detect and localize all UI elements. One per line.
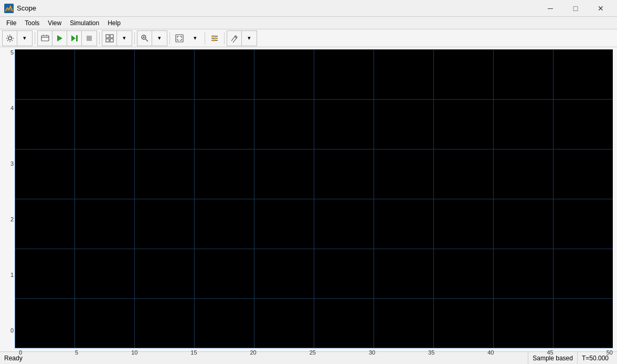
maximize-button[interactable]: □ (563, 1, 588, 16)
x-axis-labels: 0 5 10 15 20 25 30 35 40 45 50 (0, 348, 617, 357)
settings-group: ▾ (2, 30, 33, 46)
y-label-3: 3 (10, 160, 14, 167)
layout-group: ▾ (102, 30, 132, 46)
sep-6 (224, 32, 225, 45)
svg-marker-4 (57, 35, 62, 41)
plot-wrapper: 5 4 3 2 1 0 (0, 47, 617, 348)
x-label-50: 50 (607, 349, 613, 356)
x-label-25: 25 (310, 349, 316, 356)
y-label-2: 2 (10, 216, 14, 222)
y-label-0: 0 (10, 327, 14, 334)
style-group: ▾ (227, 30, 257, 46)
menu-bar: FileToolsViewSimulationHelp (0, 17, 617, 29)
menu-item-file[interactable]: File (2, 18, 20, 28)
x-label-35: 35 (428, 349, 434, 356)
x-label-0: 0 (19, 349, 22, 356)
param-button[interactable] (207, 31, 222, 46)
x-label-40: 40 (487, 349, 494, 356)
style-dropdown-button[interactable]: ▾ (242, 31, 257, 46)
sep-1 (35, 32, 35, 45)
svg-point-21 (215, 37, 217, 39)
close-button[interactable]: ✕ (589, 1, 613, 16)
sep-2 (99, 32, 100, 45)
menu-item-tools[interactable]: Tools (20, 18, 44, 28)
y-axis-labels: 5 4 3 2 1 0 (0, 47, 15, 348)
sep-4 (169, 32, 170, 45)
layout-dropdown-button[interactable]: ▾ (117, 31, 132, 46)
y-label-1: 1 (10, 272, 14, 278)
toolbar: ▾ ▾ ▾ ▾ (0, 29, 617, 47)
settings-dropdown-button[interactable]: ▾ (17, 31, 32, 46)
svg-rect-10 (106, 39, 109, 42)
scope-plot[interactable] (15, 49, 613, 348)
svg-marker-5 (71, 35, 76, 41)
run-button[interactable] (52, 31, 67, 46)
svg-line-13 (145, 39, 148, 41)
y-label-5: 5 (10, 49, 14, 56)
svg-rect-8 (106, 35, 109, 38)
menu-item-view[interactable]: View (44, 18, 66, 28)
menu-item-help[interactable]: Help (103, 18, 125, 28)
svg-rect-6 (76, 35, 78, 41)
svg-point-1 (8, 37, 12, 40)
svg-rect-9 (110, 35, 113, 38)
minimize-button[interactable]: ─ (538, 1, 562, 16)
svg-rect-7 (87, 36, 92, 41)
title-controls: ─ □ ✕ (538, 1, 613, 16)
scope-canvas (15, 49, 613, 348)
svg-rect-11 (110, 39, 113, 42)
style-button[interactable] (227, 31, 242, 46)
svg-rect-16 (176, 35, 183, 42)
fit-button[interactable] (172, 31, 187, 46)
window-title: Scope (17, 4, 36, 12)
svg-point-20 (212, 35, 214, 37)
step-button[interactable] (67, 31, 82, 46)
plot-container: 5 4 3 2 1 0 0 5 10 15 20 25 30 35 40 45 … (0, 47, 617, 351)
zoom-dropdown-button[interactable]: ▾ (152, 31, 167, 46)
y-label-4: 4 (10, 105, 14, 111)
simulation-group (37, 30, 97, 46)
svg-point-22 (212, 39, 215, 41)
x-label-5: 5 (75, 349, 78, 356)
zoom-group: ▾ (137, 30, 167, 46)
stop-button[interactable] (82, 31, 97, 46)
title-left: Scope (4, 4, 36, 13)
open-sim-button[interactable] (38, 31, 52, 46)
fit-dropdown-button[interactable]: ▾ (188, 31, 203, 46)
svg-rect-2 (41, 36, 49, 41)
menu-item-simulation[interactable]: Simulation (66, 18, 103, 28)
matlab-icon (4, 4, 14, 13)
sep-3 (134, 32, 135, 45)
x-label-10: 10 (131, 349, 137, 356)
settings-button[interactable] (3, 31, 17, 46)
x-label-30: 30 (369, 349, 375, 356)
zoom-button[interactable] (137, 31, 152, 46)
x-label-20: 20 (250, 349, 257, 356)
title-bar: Scope ─ □ ✕ (0, 0, 617, 17)
layout-button[interactable] (102, 31, 117, 46)
x-label-45: 45 (547, 349, 553, 356)
sep-5 (205, 32, 205, 45)
x-label-15: 15 (190, 349, 197, 356)
